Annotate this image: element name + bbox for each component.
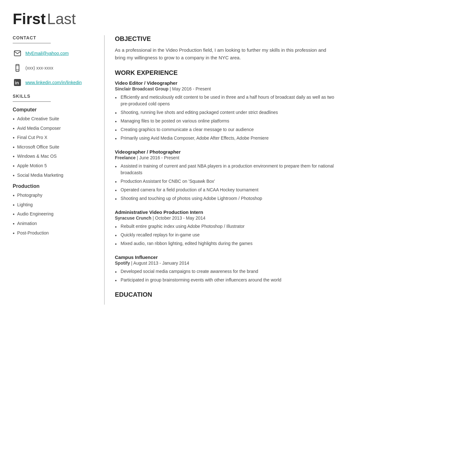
job-bullet: Creating graphics to communicate a clear…	[115, 126, 336, 133]
job-bullets: Efficiently and meticulously edit conten…	[115, 94, 336, 142]
email-icon	[13, 49, 22, 58]
objective-section: OBJECTIVE As a professional in the Video…	[115, 35, 336, 62]
job-bullet: Production Assistant for CNBC on 'Squawk…	[115, 178, 336, 185]
phone-number: (xxx) xxx-xxxx	[25, 65, 53, 70]
education-section: EDUCATION	[115, 291, 336, 298]
job-company: Spotify	[115, 261, 130, 266]
linkedin-link[interactable]: www.linkedin.com/in/linkedin	[25, 80, 82, 85]
job-entry: Videographer / PhotographerFreelance | J…	[115, 149, 336, 202]
job-entry: Campus InfluencerSpotify | August 2013 -…	[115, 255, 336, 283]
job-bullet: Quickly recalled replays for in-game use	[115, 232, 336, 238]
work-experience-section: WORK EXPERIENCE Video Editor / Videograp…	[115, 69, 336, 283]
linkedin-contact: in www.linkedin.com/in/linkedin	[13, 78, 98, 87]
job-subtitle: Syracuse Crunch | October 2013 - May 201…	[115, 215, 336, 221]
skill-item: Windows & Mac OS	[13, 153, 98, 160]
job-bullet: Operated camera for a field production o…	[115, 187, 336, 193]
work-experience-title: WORK EXPERIENCE	[115, 69, 336, 77]
skill-item: Lighting	[13, 202, 98, 208]
job-bullet: Rebuilt entire graphic index using Adobe…	[115, 223, 336, 230]
job-bullets: Developed social media campaigns to crea…	[115, 268, 336, 283]
phone-contact: (xxx) xxx-xxxx	[13, 63, 98, 73]
job-bullet: Shooting and touching up of photos using…	[115, 195, 336, 202]
phone-icon	[13, 63, 22, 73]
job-bullets: Assisted in training of current and past…	[115, 163, 336, 202]
skills-section: SKILLS Computer Adobe Creative SuiteAvid…	[13, 94, 98, 236]
job-bullets: Rebuilt entire graphic index using Adobe…	[115, 223, 336, 247]
job-bullet: Assisted in training of current and past…	[115, 163, 336, 176]
job-company: Sinclair Broadcast Group	[115, 86, 169, 91]
job-bullet: Shooting, running live shots and editing…	[115, 109, 336, 116]
first-name: First	[13, 10, 46, 27]
job-bullet: Efficiently and meticulously edit conten…	[115, 94, 336, 107]
skill-item: Avid Media Composer	[13, 125, 98, 132]
job-bullet: Primarily using Avid Media Composer, Ado…	[115, 135, 336, 142]
production-category: Production	[13, 183, 98, 189]
job-subtitle: Spotify | August 2013 - January 2014	[115, 261, 336, 266]
job-bullet: Mixed audio, ran ribbon lighting, edited…	[115, 240, 336, 247]
email-link[interactable]: MyEmail@yahoo.com	[25, 51, 69, 56]
job-title: Videographer / Photographer	[115, 149, 336, 155]
job-bullet: Developed social media campaigns to crea…	[115, 268, 336, 275]
jobs-container: Video Editor / VideographerSinclair Broa…	[115, 80, 336, 283]
skills-label: SKILLS	[13, 94, 98, 99]
main-content: OBJECTIVE As a professional in the Video…	[105, 35, 336, 305]
objective-text: As a professional in the Video Productio…	[115, 46, 336, 62]
name-header: First Last	[13, 10, 336, 28]
computer-skills-list: Adobe Creative SuiteAvid Media ComposerF…	[13, 116, 98, 178]
production-skills-list: PhotographyLightingAudio EngineeringAnim…	[13, 192, 98, 236]
job-company: Freelance	[115, 155, 136, 160]
job-title: Video Editor / Videographer	[115, 80, 336, 86]
education-title: EDUCATION	[115, 291, 336, 298]
contact-section: CONTACT MyEmail@yahoo.com	[13, 35, 98, 87]
contact-divider	[13, 43, 51, 43]
last-name: Last	[47, 10, 76, 27]
job-title: Administrative Video Production Intern	[115, 209, 336, 215]
svg-text:in: in	[15, 80, 19, 85]
job-subtitle: Sinclair Broadcast Group | May 2016 - Pr…	[115, 86, 336, 91]
computer-category: Computer	[13, 107, 98, 113]
linkedin-icon: in	[13, 78, 22, 87]
job-bullet: Participated in group brainstorming even…	[115, 277, 336, 283]
email-contact: MyEmail@yahoo.com	[13, 49, 98, 58]
contact-label: CONTACT	[13, 35, 98, 40]
job-bullet: Managing files to be posted on various o…	[115, 118, 336, 124]
job-company: Syracuse Crunch	[115, 215, 151, 221]
skill-item: Adobe Creative Suite	[13, 116, 98, 122]
skill-item: Photography	[13, 192, 98, 199]
skill-item: Microsoft Office Suite	[13, 144, 98, 150]
skill-item: Audio Engineering	[13, 211, 98, 217]
skills-divider	[13, 101, 51, 102]
job-entry: Administrative Video Production InternSy…	[115, 209, 336, 247]
skill-item: Animation	[13, 221, 98, 227]
job-title: Campus Influencer	[115, 255, 336, 260]
sidebar: CONTACT MyEmail@yahoo.com	[13, 35, 105, 305]
objective-title: OBJECTIVE	[115, 35, 336, 43]
main-layout: CONTACT MyEmail@yahoo.com	[13, 35, 336, 305]
job-subtitle: Freelance | June 2016 - Present	[115, 155, 336, 160]
job-entry: Video Editor / VideographerSinclair Broa…	[115, 80, 336, 142]
skill-item: Apple Motion 5	[13, 163, 98, 169]
skill-item: Post-Production	[13, 230, 98, 236]
skill-item: Social Media Marketing	[13, 172, 98, 179]
skill-item: Final Cut Pro X	[13, 135, 98, 141]
